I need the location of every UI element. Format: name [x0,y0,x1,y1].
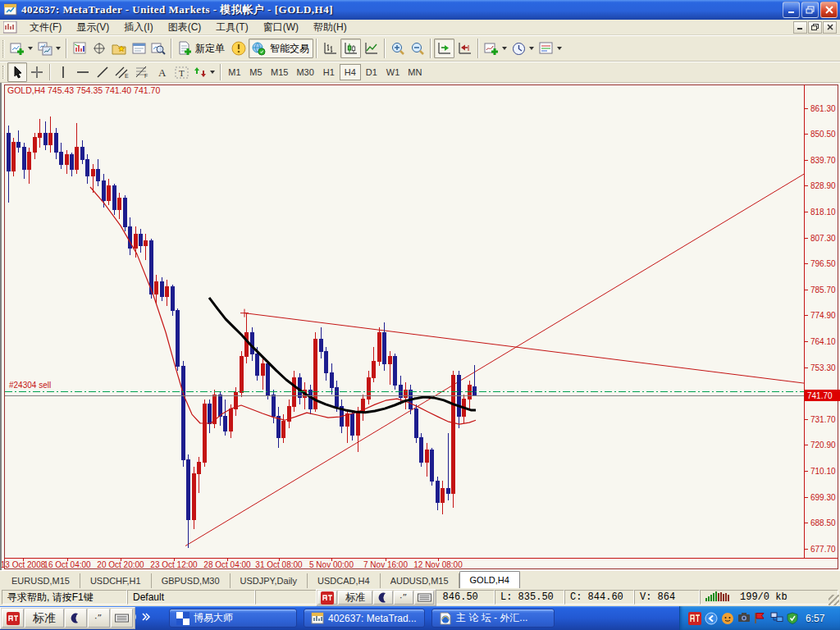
chevron-down-icon[interactable] [529,47,534,50]
status-close: C: 844.60 [564,590,634,605]
timeframe-mn-button[interactable]: MN [404,64,426,80]
camera-icon[interactable] [737,612,751,625]
cursor-button[interactable] [7,62,27,82]
chevron-down-icon[interactable] [210,71,215,74]
line-chart-button[interactable] [361,39,381,58]
market-watch-icon [73,42,87,55]
ime-indicator-icon[interactable] [2,609,24,628]
chevron-right-icon[interactable] [142,612,150,624]
toolbar-grip[interactable] [2,66,5,80]
zoom-in-button[interactable] [388,39,408,58]
menu-item-1[interactable]: 显示(V) [69,20,116,34]
timeframe-m30-button[interactable]: M30 [292,64,317,80]
keyboard-icon[interactable] [414,591,434,605]
timeframe-d1-button[interactable]: D1 [361,64,382,80]
label-button[interactable]: T [171,62,191,82]
ime-mode-button[interactable]: 标准 [25,609,64,628]
network-icon[interactable] [770,612,783,625]
messenger-icon[interactable] [721,612,734,625]
status-low: L: 835.50 [495,590,564,605]
moon-icon[interactable] [65,609,87,628]
chart-shift-button[interactable] [454,39,475,58]
toolbar-grip[interactable] [2,40,5,57]
keyboard-icon[interactable] [111,609,133,628]
ime-tray-icon[interactable] [688,612,701,625]
menu-item-2[interactable]: 插入(I) [116,20,160,34]
toolbar-separator [477,39,479,58]
mdi-close-button[interactable] [823,21,837,34]
price-chart[interactable]: #24304 sell861.30850.50839.70828.90818.1… [0,83,840,570]
candlestick-chart-button[interactable] [340,39,361,58]
templates-button[interactable] [536,39,564,58]
zoom-out-button[interactable] [408,39,427,58]
profiles-button[interactable] [35,39,63,58]
close-button[interactable] [820,2,838,18]
chart-tab-usdchf[interactable]: USDCHF,H1 [80,573,152,588]
svg-text:774.90: 774.90 [810,311,836,320]
menu-item-5[interactable]: 窗口(W) [256,20,306,34]
menu-item-6[interactable]: 帮助(H) [306,20,354,34]
crosshair-button[interactable] [27,62,47,82]
navigator-button[interactable] [109,39,129,58]
text-button[interactable]: A [152,62,171,82]
fibonacci-button[interactable]: F [132,62,152,82]
timeframe-w1-button[interactable]: W1 [382,64,404,80]
moon-icon[interactable] [373,591,393,605]
chevron-down-icon[interactable] [502,47,507,50]
status-profile[interactable]: Default [127,590,255,605]
timeframe-h1-button[interactable]: H1 [318,64,340,80]
hide-icons-chevron-icon[interactable] [705,612,718,625]
restore-button[interactable] [801,2,819,18]
ime-mode-button[interactable]: 标准 [338,591,372,605]
chart-tab-audusd[interactable]: AUDUSD,M15 [381,573,459,588]
menu-item-4[interactable]: 工具(T) [208,20,255,34]
timeframe-m15-button[interactable]: M15 [267,64,292,80]
chart-tab-usdcad[interactable]: USDCAD,H4 [308,573,381,588]
vertical-line-button[interactable] [53,62,73,82]
ime-indicator-icon[interactable] [317,591,337,605]
menu-item-3[interactable]: 图表(C) [161,20,209,34]
expert-advisors-button[interactable]: 智能交易 [249,39,313,58]
chart-tab-eurusd[interactable]: EURUSD,M15 [2,573,80,588]
timeframe-m5-button[interactable]: M5 [245,64,267,80]
task-button-0[interactable]: 博易大师 [169,609,297,628]
new-chart-button[interactable] [7,39,35,58]
channel-button[interactable]: E [112,62,132,82]
timeframe-m1-button[interactable]: M1 [224,64,245,80]
shield-icon[interactable] [787,612,800,625]
indicators-icon [484,42,499,56]
chart-tab-gold[interactable]: GOLD,H4 [459,571,520,588]
horizontal-line-button[interactable] [73,62,93,82]
alert-button[interactable] [229,39,249,58]
mdi-restore-button[interactable] [808,21,822,34]
resize-grip[interactable] [829,595,839,605]
strategy-tester-button[interactable] [148,39,168,58]
menu-item-0[interactable]: 文件(F) [22,20,69,34]
market-watch-button[interactable] [70,39,89,58]
new-order-button[interactable]: 新定单 [175,39,229,58]
toolbar-separator [66,39,67,58]
punctuation-icon[interactable]: ·” [88,609,110,628]
chart-tab-gbpusd[interactable]: GBPUSD,M30 [152,573,231,588]
chevron-down-icon[interactable] [557,47,562,50]
periods-button[interactable] [509,39,536,58]
chart-tab-usdjpy[interactable]: USDJPY,Daily [231,573,308,588]
mdi-minimize-button[interactable] [793,21,807,34]
flag-icon[interactable] [754,612,767,625]
task-button-2[interactable]: 主 论 坛 - 外汇... [431,609,555,628]
vertical-line-icon [57,66,69,79]
trendline-button[interactable] [93,62,112,82]
indicators-button[interactable] [482,39,509,58]
terminal-button[interactable] [129,39,148,58]
chevron-down-icon[interactable] [56,47,61,50]
data-window-button[interactable] [89,39,109,58]
minimize-button[interactable] [783,2,800,18]
punctuation-icon[interactable]: ·” [394,591,413,605]
timeframe-h4-button[interactable]: H4 [340,64,361,80]
svg-text:861.30: 861.30 [810,104,836,113]
bar-chart-button[interactable] [320,39,340,58]
task-button-1[interactable]: 402637: MetaTrad... [304,609,425,628]
auto-scroll-button[interactable] [434,39,454,58]
chevron-down-icon[interactable] [28,47,33,50]
arrows-button[interactable] [191,62,217,82]
